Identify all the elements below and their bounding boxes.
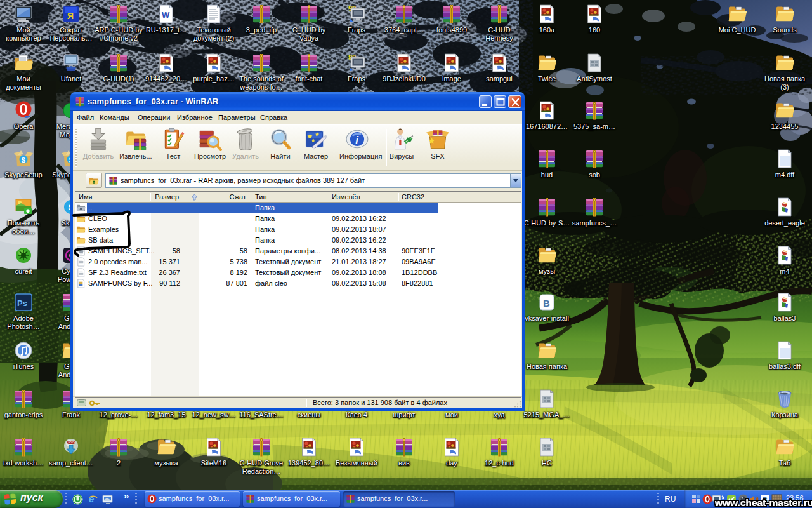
svg-text:e: e [89,493,94,504]
svg-text:www.cheat-master.ru: www.cheat-master.ru [714,497,812,508]
